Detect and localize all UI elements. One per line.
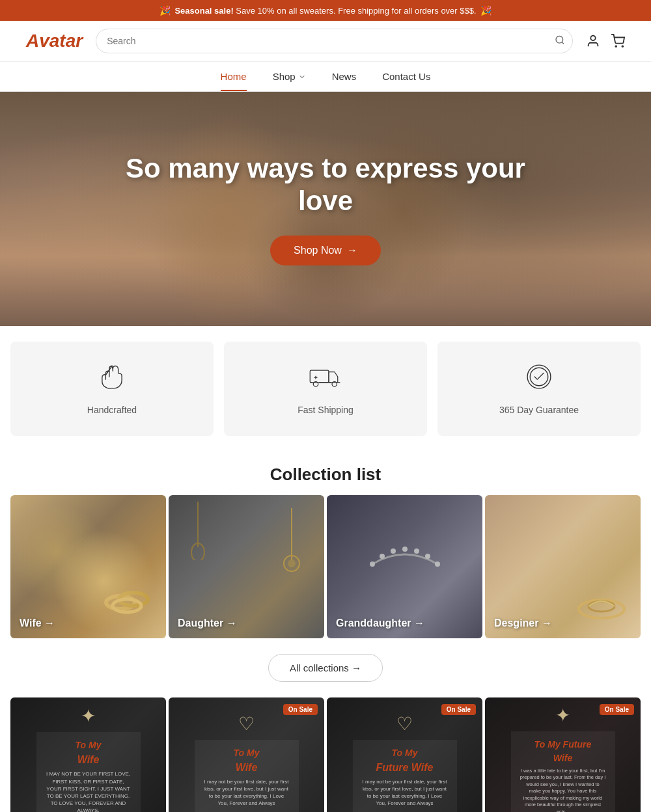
svg-point-28: [425, 554, 430, 559]
svg-point-24: [380, 554, 385, 559]
search-input[interactable]: [96, 29, 573, 53]
svg-point-20: [288, 560, 296, 567]
main-nav: Home Shop News Contact Us: [0, 62, 651, 92]
svg-point-13: [527, 365, 551, 388]
announcement-text: Seasonal sale! Save 10% on all sweaters.…: [174, 6, 476, 16]
necklace-icon-1: ✦: [81, 705, 96, 727]
cart-icon: [611, 34, 625, 48]
necklace-icon-4: ✦: [555, 705, 570, 726]
granddaughter-label: Granddaughter →: [336, 617, 424, 629]
designer-bg: [485, 495, 641, 638]
feature-handcrafted: Handcrafted: [10, 342, 214, 436]
collection-grid: Wife → Daughter →: [0, 495, 651, 638]
svg-point-25: [391, 548, 396, 554]
truck-icon: [309, 362, 342, 397]
hero-title: So many ways to express your love: [98, 152, 553, 218]
collection-item-designer[interactable]: Desginer →: [485, 495, 641, 638]
shop-now-button[interactable]: Shop Now →: [270, 236, 381, 265]
nav-item-contact[interactable]: Contact Us: [382, 71, 430, 91]
svg-point-3: [615, 46, 616, 47]
on-sale-badge-2: On Sale: [283, 704, 318, 715]
handcrafted-label: Handcrafted: [87, 405, 137, 415]
account-button[interactable]: [586, 34, 600, 48]
feature-guarantee: 365 Day Guarantee: [437, 342, 641, 436]
features-section: Handcrafted Fast Shipping: [0, 326, 651, 452]
svg-point-31: [589, 601, 615, 612]
svg-point-27: [414, 548, 419, 554]
all-collections-button[interactable]: All collections →: [268, 654, 383, 682]
svg-point-2: [590, 36, 595, 40]
necklace-icon-2: ♡: [238, 713, 255, 735]
svg-point-14: [530, 368, 548, 386]
product-card-3: To My Future Wife I may not be your firs…: [353, 740, 457, 812]
cart-button[interactable]: [611, 34, 625, 48]
hero-content: So many ways to express your love Shop N…: [98, 152, 553, 266]
search-button[interactable]: [555, 35, 565, 47]
collection-item-daughter[interactable]: Daughter →: [169, 495, 324, 638]
svg-point-29: [435, 562, 440, 567]
granddaughter-bg: [327, 495, 482, 638]
product-item-2[interactable]: On Sale ♡ To My Wife I may not be your f…: [169, 697, 324, 812]
product-item-1[interactable]: ✦ To My Wife I MAY NOT BE YOUR FIRST LOV…: [10, 697, 166, 812]
logo[interactable]: Avatar: [26, 31, 83, 51]
svg-point-15: [106, 596, 135, 609]
necklace-icon-3: ♡: [396, 713, 413, 735]
nav-item-home[interactable]: Home: [221, 71, 247, 91]
search-icon: [555, 35, 565, 46]
svg-point-16: [119, 593, 148, 606]
nav-item-shop[interactable]: Shop: [273, 71, 306, 91]
wife-label: Wife →: [20, 617, 55, 629]
header: Avatar: [0, 21, 651, 62]
svg-rect-5: [310, 370, 329, 383]
chevron-down-icon: [298, 73, 306, 81]
product-card-1: To My Wife I MAY NOT BE YOUR FIRST LOVE,…: [36, 732, 141, 812]
svg-point-4: [622, 46, 623, 47]
feature-fast-shipping: Fast Shipping: [224, 342, 427, 436]
nav-item-news[interactable]: News: [332, 71, 357, 91]
svg-point-17: [113, 599, 141, 612]
svg-line-1: [562, 42, 564, 44]
collection-item-wife[interactable]: Wife →: [10, 495, 166, 638]
header-icons: [586, 34, 625, 48]
collection-title: Collection list: [0, 452, 651, 495]
announcement-bar: 🎉 Seasonal sale! Save 10% on all sweater…: [0, 0, 651, 21]
wife-bg: [10, 495, 166, 638]
product-card-2: To My Wife I may not be your first date,…: [195, 740, 299, 812]
on-sale-badge-4: On Sale: [600, 704, 634, 715]
fast-shipping-label: Fast Shipping: [298, 405, 353, 415]
product-content-1: ✦ To My Wife I MAY NOT BE YOUR FIRST LOV…: [10, 697, 166, 812]
product-item-3[interactable]: On Sale ♡ To My Future Wife I may not be…: [327, 697, 482, 812]
search-wrapper: [96, 29, 573, 53]
product-item-4[interactable]: On Sale ✦ To My Future Wife I was a litt…: [485, 697, 641, 812]
all-collections-wrapper: All collections →: [0, 638, 651, 697]
sparkle-right-icon: 🎉: [480, 5, 492, 16]
hero-section: So many ways to express your love Shop N…: [0, 92, 651, 326]
product-card-4: To My Future Wife I was a little late to…: [511, 731, 615, 812]
svg-point-23: [370, 562, 375, 567]
on-sale-badge-3: On Sale: [441, 704, 476, 715]
products-grid: ✦ To My Wife I MAY NOT BE YOUR FIRST LOV…: [0, 697, 651, 812]
sparkle-left-icon: 🎉: [159, 5, 171, 16]
shield-check-icon: [525, 362, 553, 397]
svg-point-26: [402, 547, 408, 552]
collection-item-granddaughter[interactable]: Granddaughter →: [327, 495, 482, 638]
designer-label: Desginer →: [494, 617, 552, 629]
guarantee-label: 365 Day Guarantee: [499, 405, 579, 415]
daughter-label: Daughter →: [178, 617, 237, 629]
hand-icon: [98, 362, 126, 397]
daughter-bg: [169, 495, 324, 638]
svg-point-30: [579, 600, 624, 618]
svg-point-0: [556, 36, 563, 44]
account-icon: [586, 34, 600, 48]
